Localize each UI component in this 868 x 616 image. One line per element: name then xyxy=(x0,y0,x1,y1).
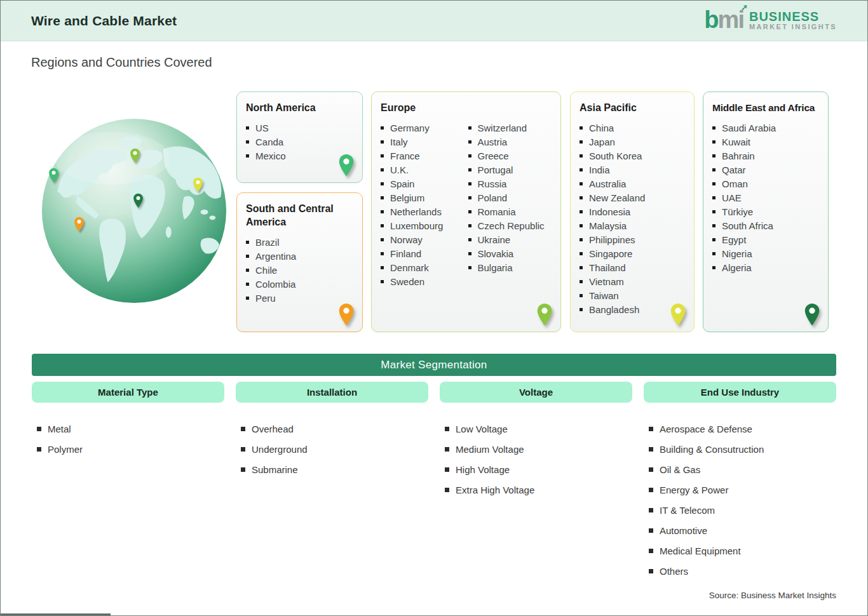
segment-item-label: Others xyxy=(660,566,688,577)
country-item: China xyxy=(580,121,685,135)
country-item: Belgium xyxy=(381,191,465,204)
bullet-icon xyxy=(381,126,384,130)
segment-item: Building & Consutruction xyxy=(649,442,836,456)
country-label: Algeria xyxy=(722,262,752,273)
country-label: Nigeria xyxy=(722,248,752,259)
bullet-icon xyxy=(468,182,471,185)
country-item: Austria xyxy=(468,135,552,149)
country-label: Poland xyxy=(478,192,508,203)
region-card-europe: Europe GermanyItalyFranceU.K.SpainBelgiu… xyxy=(371,91,561,332)
country-item: Australia xyxy=(580,177,685,191)
country-item: Vietnam xyxy=(580,274,685,288)
bullet-icon xyxy=(381,168,384,171)
region-card-north-america: North America USCandaMexico xyxy=(236,91,363,183)
country-label: Bulgaria xyxy=(478,262,513,273)
region-card-middle-east-africa: Middle East and Africa Saudi ArabiaKuwai… xyxy=(703,91,829,332)
country-label: Sweden xyxy=(390,276,424,287)
globe-illustration xyxy=(40,117,228,305)
segment-item: Extra High Voltage xyxy=(445,483,632,497)
bullet-icon xyxy=(468,224,471,227)
country-label: Canda xyxy=(255,137,283,147)
country-label: China xyxy=(589,123,614,133)
country-label: Singapore xyxy=(589,248,632,259)
segment-item-label: Low Voltage xyxy=(456,424,508,434)
country-columns: GermanyItalyFranceU.K.SpainBelgiumNether… xyxy=(381,121,552,288)
bullet-icon xyxy=(246,283,249,286)
country-item: Switzerland xyxy=(468,121,552,135)
bullet-icon xyxy=(381,182,384,185)
country-item: Luxembourg xyxy=(381,218,465,232)
logo-wordmark: BUSINESS MARKET INSIGHTS xyxy=(749,10,837,31)
segment-pill-voltage: Voltage xyxy=(440,382,632,403)
country-label: Denmark xyxy=(390,262,429,273)
country-item: Germany xyxy=(381,121,465,135)
country-item: Chile xyxy=(246,263,353,277)
segment-item: Polymer xyxy=(37,442,224,456)
bullet-icon xyxy=(580,252,583,255)
country-label: Romania xyxy=(478,206,516,217)
country-item: Czech Republic xyxy=(468,218,552,232)
bullet-icon xyxy=(580,308,583,311)
segment-item: Aerospace & Defense xyxy=(649,422,836,436)
country-item: Saudi Arabia xyxy=(712,121,819,135)
country-item: Brazil xyxy=(246,235,353,249)
country-label: Luxembourg xyxy=(390,220,443,231)
segment-item: Low Voltage xyxy=(445,422,632,436)
bullet-icon xyxy=(580,140,583,144)
bullet-icon xyxy=(712,182,715,185)
country-item: Slovakia xyxy=(468,246,552,260)
country-item: Indonesia xyxy=(580,204,685,218)
segment-item-label: Building & Consutruction xyxy=(660,444,764,455)
bullet-icon xyxy=(580,154,583,157)
country-item: Spain xyxy=(381,177,465,191)
country-list: USCandaMexico xyxy=(246,121,353,163)
bullet-icon xyxy=(649,528,653,533)
logo-letter-b: b xyxy=(704,6,717,33)
region-title: Middle East and Africa xyxy=(712,101,819,114)
country-item: Netherlands xyxy=(381,204,465,218)
bullet-icon xyxy=(580,224,583,227)
country-label: Thailand xyxy=(589,262,626,273)
country-item: Ukraine xyxy=(468,232,552,246)
country-item: Romania xyxy=(468,204,552,218)
logo-line1: BUSINESS xyxy=(749,10,837,23)
bullet-icon xyxy=(649,488,653,492)
bullet-icon xyxy=(241,427,245,431)
bullet-icon xyxy=(712,238,715,241)
bullet-icon xyxy=(468,126,471,130)
segment-pill-end-use-industry: End Use Industry xyxy=(644,382,836,403)
bullet-icon xyxy=(246,241,249,244)
region-title: Europe xyxy=(381,101,552,114)
segmentation-lists-row: MetalPolymer OverheadUndergroundSubmarin… xyxy=(32,408,836,584)
country-label: Greece xyxy=(478,151,509,161)
bullet-icon xyxy=(381,252,384,255)
country-list-col1: GermanyItalyFranceU.K.SpainBelgiumNether… xyxy=(381,121,465,288)
country-label: Argentina xyxy=(255,251,296,262)
segment-item: High Voltage xyxy=(445,462,632,476)
segment-item-label: Aerospace & Defense xyxy=(660,424,752,434)
segment-item-label: Metal xyxy=(48,424,71,434)
segmentation-header: Market Segmentation xyxy=(32,354,836,376)
country-item: Italy xyxy=(381,135,465,149)
bullet-icon xyxy=(712,154,715,157)
country-item: UAE xyxy=(712,191,819,204)
bullet-icon xyxy=(712,140,715,144)
country-item: South Africa xyxy=(712,218,819,232)
globe-pin-middle-east-africa-icon xyxy=(133,193,144,208)
segment-item: Overhead xyxy=(241,422,428,436)
country-item: Qatar xyxy=(712,163,819,177)
globe-pin-south-central-america-icon xyxy=(74,217,85,232)
country-item: Bahrain xyxy=(712,149,819,163)
country-label: Bangladesh xyxy=(589,304,639,315)
country-label: Qatar xyxy=(722,164,746,175)
country-label: Portugal xyxy=(478,164,513,175)
bullet-icon xyxy=(580,238,583,241)
country-item: Japan xyxy=(580,135,685,149)
bullet-icon xyxy=(381,140,384,144)
country-item: Finland xyxy=(381,246,465,260)
map-pin-icon xyxy=(670,303,686,326)
country-item: Mexico xyxy=(246,149,353,163)
country-label: South Korea xyxy=(589,151,642,161)
globe-pin-europe-icon xyxy=(130,148,140,163)
bullet-icon xyxy=(712,224,715,227)
